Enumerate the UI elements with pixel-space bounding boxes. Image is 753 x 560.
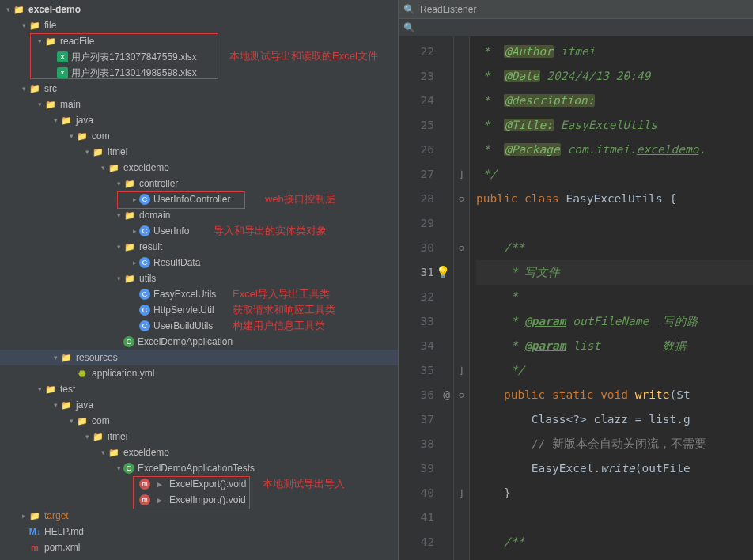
tree-item-src[interactable]: ▾ 📁 src [0,81,398,96]
tree-label: target [44,508,69,524]
tree-item-resources[interactable]: ▾ 📁 resources [0,350,398,365]
xlsx-icon: x [57,67,68,78]
tree-item-com[interactable]: ▾ 📁 com [0,128,398,144]
folder-icon: 📁 [44,35,57,47]
package-icon: 📁 [123,209,136,221]
tree-item-exceldemoapp[interactable]: C ExcelDemoApplication [0,334,398,350]
tree-item-userbuildutils[interactable]: C UserBuildUtils 构建用户信息工具类 [0,318,398,334]
class-icon: C [139,289,150,300]
test-class-icon: C [123,463,134,474]
class-icon: C [139,194,150,205]
tree-item-java[interactable]: ▾ 📁 java [0,112,398,128]
tree-item-easyexcelutils[interactable]: C EasyExcelUtils Excel导入导出工具类 [0,286,398,302]
chevron-down-icon: ▾ [35,33,44,49]
tree-item-excelexport[interactable]: m ▸ ExcelExport():void 本地测试导出导入 [0,476,398,492]
tree-label: java [76,397,93,413]
search-icon: 🔍 [403,4,415,15]
chevron-down-icon: ▾ [114,207,123,223]
tree-item-resultdata[interactable]: ▸ C ResultData [0,255,398,271]
tree-label: EasyExcelUtils [153,286,216,302]
find-bar[interactable]: 🔍 ReadListener [399,0,753,19]
tree-label: excel-demo [28,2,81,17]
chevron-down-icon: ▾ [3,2,13,17]
tree-item-main[interactable]: ▾ 📁 main [0,96,398,112]
tree-label: java [76,112,93,128]
chevron-down-icon: ▾ [19,17,28,33]
tree-item-apptests[interactable]: ▾ C ExcelDemoApplicationTests [0,460,398,476]
tree-label: src [44,81,57,96]
tree-item-helpmd[interactable]: M↓ HELP.md [0,524,398,539]
tree-item-exceldemo[interactable]: ▾ 📁 exceldemo [0,160,398,176]
tree-label: readFile [60,33,94,49]
fold-column[interactable]: ⌋⊖⊖⌋⊖⌋ [454,36,470,560]
tree-item-result[interactable]: ▾ 📁 result [0,239,398,255]
package-icon: 📁 [76,414,89,427]
tree-label: 用户列表1713014989598.xlsx [71,65,197,81]
chevron-right-icon: ▸ [130,223,139,239]
tree-label: file [44,17,56,33]
tree-item-userinfo[interactable]: ▸ C UserInfo 导入和导出的实体类对象 [0,223,398,239]
code-content[interactable]: * @Author itmei * @Date 2024/4/13 20:49 … [470,36,753,560]
tree-label: HELP.md [44,524,84,539]
tree-label: ExcelImport():void [169,492,246,508]
spring-class-icon: C [123,336,134,347]
tree-item-test-com[interactable]: ▾ 📁 com [0,413,398,429]
package-icon: 📁 [76,130,89,142]
tree-item-test-itmei[interactable]: ▾ 📁 itmei [0,429,398,445]
chevron-down-icon: ▾ [51,397,60,413]
chevron-down-icon: ▾ [98,160,108,176]
folder-icon: 📁 [44,383,57,395]
tree-label: main [60,96,81,112]
tree-item-utils[interactable]: ▾ 📁 utils [0,271,398,286]
tree-item-pomxml[interactable]: m pom.xml [0,539,398,555]
tree-label: domain [139,207,170,223]
tree-label: resources [76,350,118,365]
replace-bar[interactable]: 🔍 [399,19,753,36]
chevron-down-icon: ▾ [82,144,92,160]
package-icon: 📁 [123,177,136,190]
tree-label: application.yml [92,365,154,381]
tree-label: HttpServletUtil [153,302,214,318]
source-folder-icon: 📁 [60,114,73,127]
chevron-down-icon: ▾ [66,413,76,429]
annotation-text: web接口控制层 [265,191,335,207]
tree-item-userinfocontroller[interactable]: ▸ C UserInfoController web接口控制层 [0,191,398,207]
chevron-right-icon: ▸ [19,508,28,524]
chevron-down-icon: ▾ [51,112,60,128]
chevron-down-icon: ▾ [114,460,123,476]
annotation-text: 导入和导出的实体类对象 [214,223,327,239]
tree-item-test-exceldemo[interactable]: ▾ 📁 exceldemo [0,445,398,460]
package-icon: 📁 [123,272,136,285]
tree-label: UserInfo [153,223,189,239]
editor-panel: 🔍 ReadListener 🔍 22232425262728293031💡32… [399,0,753,560]
annotation-text: Excel导入导出工具类 [233,286,330,302]
tree-item-xlsx1[interactable]: x 用户列表1713077847559.xlsx 本地测试导出和读取的Excel… [0,49,398,65]
tree-root[interactable]: ▾ 📁 excel-demo [0,2,398,17]
annotation-text: 本地测试导出和读取的Excel文件 [229,48,378,64]
project-tree[interactable]: ▾ 📁 excel-demo ▾ 📁 file ▾ 📁 readFile x 用… [0,0,398,557]
tree-item-xlsx2[interactable]: x 用户列表1713014989598.xlsx [0,65,398,81]
tree-item-appyml[interactable]: ⬣ application.yml [0,365,398,381]
search-text[interactable]: ReadListener [420,4,476,15]
xlsx-icon: x [57,51,68,62]
tree-item-httpservletutil[interactable]: C HttpServletUtil 获取请求和响应工具类 [0,302,398,318]
tree-label: com [92,413,110,429]
tree-label: result [139,239,162,255]
tree-item-controller[interactable]: ▾ 📁 controller [0,176,398,191]
tree-item-excelimport[interactable]: m ▸ ExcelImport():void [0,492,398,508]
maven-icon: m [28,541,41,554]
tree-label: ExcelExport():void [169,476,246,492]
tree-item-target[interactable]: ▸ 📁 target [0,508,398,524]
class-icon: C [139,305,150,316]
folder-icon: 📁 [44,98,57,111]
tree-item-readfile[interactable]: ▾ 📁 readFile [0,33,398,49]
tree-item-test[interactable]: ▾ 📁 test [0,381,398,397]
tree-item-domain[interactable]: ▾ 📁 domain [0,207,398,223]
tree-item-file[interactable]: ▾ 📁 file [0,17,398,33]
code-editor[interactable]: 22232425262728293031💡3233343536@37383940… [399,36,753,560]
chevron-down-icon: ▾ [98,445,108,460]
tree-label: ResultData [153,255,200,271]
tree-item-test-java[interactable]: ▾ 📁 java [0,397,398,413]
tree-item-itmei[interactable]: ▾ 📁 itmei [0,144,398,160]
tree-label: itmei [108,144,127,160]
